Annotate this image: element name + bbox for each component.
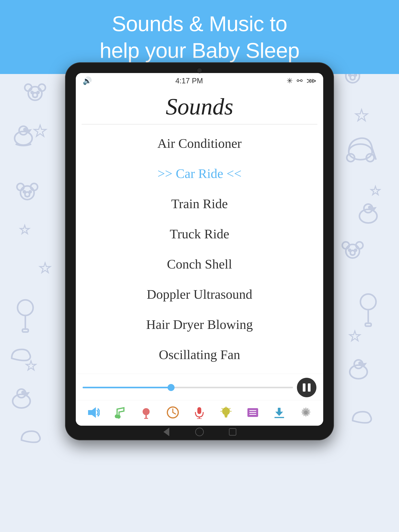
- tablet-screen: 🔊 4:17 PM ✳ ⚯ ⋙ Sounds Air Conditioner: [76, 73, 323, 426]
- tab-download[interactable]: [270, 404, 289, 421]
- pause-bar-left: [303, 383, 305, 392]
- sound-item-oscillating-fan[interactable]: Oscillating Fan: [76, 340, 323, 370]
- connect-icon[interactable]: ⚯: [297, 77, 302, 85]
- svg-text:★: ★: [39, 260, 51, 276]
- svg-marker-58: [88, 407, 96, 418]
- svg-rect-72: [225, 416, 227, 418]
- sound-item-conch-shell[interactable]: Conch Shell: [76, 249, 323, 279]
- svg-text:★: ★: [33, 122, 47, 140]
- svg-point-60: [117, 415, 121, 419]
- svg-point-86: [304, 411, 308, 414]
- progress-thumb[interactable]: [167, 384, 174, 391]
- header-title: Sounds & Music to help your Baby Sleep: [100, 10, 299, 64]
- back-icon: [163, 428, 169, 436]
- svg-rect-20: [22, 329, 28, 332]
- svg-point-44: [349, 249, 351, 251]
- svg-marker-82: [275, 412, 283, 416]
- tab-settings[interactable]: [296, 404, 316, 421]
- svg-point-61: [143, 408, 150, 415]
- svg-line-74: [222, 408, 223, 409]
- sounds-list: Air Conditioner >> Car Ride << Train Rid…: [76, 124, 323, 374]
- tablet-camera: [197, 68, 202, 73]
- page-root: ★ ★ ★ ★: [0, 0, 399, 532]
- sound-item-car-ride[interactable]: >> Car Ride <<: [76, 158, 323, 189]
- svg-point-22: [13, 394, 30, 408]
- svg-point-30: [354, 74, 357, 76]
- tab-bar: [76, 400, 323, 426]
- svg-point-29: [349, 74, 351, 76]
- pause-icon: [303, 383, 310, 392]
- tab-list[interactable]: [243, 404, 262, 421]
- volume-icon[interactable]: 🔊: [83, 76, 92, 85]
- pause-bar-right: [308, 383, 310, 392]
- nav-home-button[interactable]: [195, 427, 204, 437]
- app-title: Sounds: [76, 88, 323, 124]
- progress-fill: [83, 387, 171, 388]
- svg-point-37: [360, 209, 377, 223]
- svg-point-24: [22, 391, 24, 393]
- svg-point-18: [18, 300, 33, 316]
- pause-button[interactable]: [297, 378, 316, 397]
- sound-item-truck-ride[interactable]: Truck Ride: [76, 219, 323, 249]
- svg-point-14: [24, 128, 26, 130]
- svg-point-50: [350, 365, 367, 379]
- svg-text:★: ★: [349, 329, 361, 344]
- tab-volume[interactable]: [83, 404, 103, 421]
- svg-point-46: [360, 294, 376, 310]
- svg-point-31: [349, 144, 372, 160]
- status-icons: ✳ ⚯ ⋙: [287, 76, 316, 85]
- svg-rect-63: [144, 418, 148, 419]
- svg-point-12: [15, 132, 32, 145]
- tab-mic[interactable]: [190, 404, 209, 421]
- svg-point-10: [23, 191, 25, 193]
- tab-toy[interactable]: [137, 404, 156, 421]
- svg-text:★: ★: [370, 184, 381, 197]
- svg-point-4: [31, 92, 33, 94]
- sound-item-air-conditioner[interactable]: Air Conditioner: [76, 128, 323, 158]
- status-time: 4:17 PM: [175, 77, 203, 85]
- svg-text:★: ★: [354, 107, 369, 124]
- sound-item-hair-dryer[interactable]: Hair Dryer Blowing: [76, 310, 323, 340]
- svg-line-75: [230, 408, 230, 409]
- svg-line-66: [173, 412, 175, 414]
- app-screen: 🔊 4:17 PM ✳ ⚯ ⋙ Sounds Air Conditioner: [76, 73, 323, 426]
- progress-area: [76, 374, 323, 400]
- progress-track[interactable]: [83, 387, 293, 388]
- svg-point-39: [369, 206, 371, 208]
- nav-back-button[interactable]: [161, 427, 171, 437]
- svg-point-45: [354, 249, 357, 251]
- svg-point-11: [29, 191, 31, 193]
- android-nav-bar: [161, 427, 238, 437]
- svg-point-52: [359, 362, 361, 364]
- tablet-outer-shell: 🔊 4:17 PM ✳ ⚯ ⋙ Sounds Air Conditioner: [65, 62, 334, 440]
- status-bar: 🔊 4:17 PM ✳ ⚯ ⋙: [76, 73, 323, 88]
- svg-point-5: [37, 92, 39, 94]
- svg-rect-67: [197, 407, 201, 414]
- svg-text:★: ★: [19, 223, 30, 236]
- home-icon: [195, 428, 204, 436]
- nav-recent-button[interactable]: [228, 427, 238, 437]
- svg-rect-71: [225, 415, 228, 416]
- sound-item-train-ride[interactable]: Train Ride: [76, 189, 323, 219]
- sound-item-doppler-ultrasound[interactable]: Doppler Ultrasound: [76, 279, 323, 310]
- svg-text:★: ★: [25, 359, 37, 373]
- tab-clock[interactable]: [163, 404, 183, 421]
- tab-music[interactable]: [110, 404, 129, 421]
- recent-icon: [229, 428, 236, 436]
- tab-bulb[interactable]: [216, 404, 236, 421]
- svg-point-70: [222, 407, 230, 415]
- share-icon[interactable]: ⋙: [306, 77, 316, 85]
- brightness-icon[interactable]: ✳: [287, 76, 293, 85]
- svg-rect-48: [365, 323, 371, 326]
- tablet-device: 🔊 4:17 PM ✳ ⚯ ⋙ Sounds Air Conditioner: [65, 62, 334, 440]
- svg-rect-83: [278, 408, 281, 412]
